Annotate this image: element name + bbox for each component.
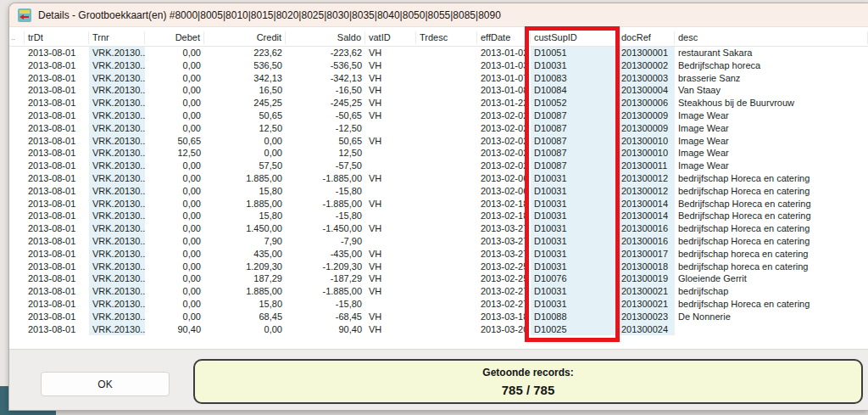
cell-custSupID: D10031 <box>531 261 618 273</box>
cell-effDate: 2013-01-08 <box>477 84 531 97</box>
table-row[interactable]: 2013-08-01VRK.20130...0,0012,50-12,50201… <box>9 122 868 135</box>
cell-vatID: VH <box>365 272 416 285</box>
table-row[interactable]: 2013-08-01VRK.20130...12,500,0012,502013… <box>9 147 868 160</box>
table-row[interactable]: 2013-08-01VRK.20130...0,00187,29-187,29V… <box>9 272 868 285</box>
column-header-desc[interactable]: desc <box>675 31 868 44</box>
cell-docRef: 201300001 <box>618 47 675 59</box>
cell-desc: restaurant Sakara <box>675 47 868 59</box>
table-row[interactable]: 2013-08-01VRK.20130...0,00536,50-536,50V… <box>9 59 868 72</box>
records-label: Getoonde records: <box>482 367 573 379</box>
cell-Trnr: VRK.20130... <box>89 135 145 148</box>
cell-trDt: 2013-08-01 <box>25 47 89 59</box>
column-header-Trnr[interactable]: Trnr <box>89 31 145 44</box>
cell-custSupID: D10087 <box>531 135 618 148</box>
table-row[interactable]: 2013-08-01VRK.20130...90,400,0090,40VH20… <box>9 323 868 336</box>
table-row[interactable]: 2013-08-01VRK.20130...0,0068,45-68,45VH2… <box>9 311 868 323</box>
cell-Credit: 12,50 <box>204 122 286 135</box>
column-header-custSupID[interactable]: custSupID <box>531 31 618 44</box>
cell-docRef: 201300021 <box>618 298 675 311</box>
cell-Credit: 342,13 <box>204 72 286 85</box>
table-row[interactable]: 2013-08-01VRK.20130...0,001.450,00-1.450… <box>9 222 868 235</box>
cell-Trnr: VRK.20130... <box>89 248 145 261</box>
cell-desc: brasserie Sanz <box>675 72 868 85</box>
column-header-Debet[interactable]: Debet <box>145 31 204 44</box>
table-row[interactable]: 2013-08-01VRK.20130...0,0057,50-57,50201… <box>9 160 868 172</box>
cell-docRef: 201300011 <box>618 160 675 172</box>
cell-docRef: 201300014 <box>618 198 675 210</box>
table-row[interactable]: 2013-08-01VRK.20130...0,001.885,00-1.885… <box>9 172 868 185</box>
cell-effDate: 2013-02-02 <box>477 109 531 122</box>
table-row[interactable]: 2013-08-01VRK.20130...0,0015,80-15,80201… <box>9 185 868 198</box>
column-header-Credit[interactable]: Credit <box>204 31 286 44</box>
cell-docRef: 201300024 <box>618 323 675 336</box>
cell-docRef: 201300012 <box>618 185 675 198</box>
table-row[interactable]: 2013-08-01VRK.20130...0,00435,00-435,00V… <box>9 248 868 261</box>
cell-Saldo: -16,50 <box>286 84 365 97</box>
cell-custSupID: D10087 <box>531 160 618 172</box>
column-header-effDate[interactable]: effDate <box>477 31 531 44</box>
cell-Saldo: 90,40 <box>286 323 365 336</box>
cell-Trnr: VRK.20130... <box>89 222 145 235</box>
cell-Debet: 90,40 <box>145 323 204 336</box>
cell-effDate: 2013-01-22 <box>477 97 531 109</box>
cell-vatID: VH <box>365 285 416 298</box>
table-row[interactable]: 2013-08-01VRK.20130...0,001.885,00-1.885… <box>9 198 868 210</box>
cell-docRef: 201300006 <box>618 97 675 109</box>
cell-docRef: 201300023 <box>618 311 675 323</box>
cell-vatID: VH <box>365 97 416 109</box>
cell-trDt: 2013-08-01 <box>25 185 89 198</box>
cell-Saldo: -342,13 <box>286 72 365 85</box>
cell-desc: bedrijfschap Horeca en catering <box>675 172 868 185</box>
table-row[interactable]: 2013-08-01VRK.20130...0,001.885,00-1.885… <box>9 285 868 298</box>
cell-Saldo: -12,50 <box>286 122 365 135</box>
column-header-trDt[interactable]: trDt <box>25 31 89 44</box>
cell-trDt: 2013-08-01 <box>25 122 89 135</box>
cell-effDate: 2013-02-18 <box>477 198 531 210</box>
table-row[interactable]: 2013-08-01VRK.20130...0,0050,65-50,65VH2… <box>9 109 868 122</box>
cell-Credit: 0,00 <box>204 147 286 160</box>
cell-Trnr: VRK.20130... <box>89 109 145 122</box>
cell-docRef: 201300016 <box>618 222 675 235</box>
cell-trDt: 2013-08-01 <box>25 222 89 235</box>
cell-Trnr: VRK.20130... <box>89 160 145 172</box>
cell-Saldo: -50,65 <box>286 109 365 122</box>
cell-custSupID: D10031 <box>531 59 618 72</box>
table-row[interactable]: 2013-08-01VRK.20130...0,007,90-7,902013-… <box>9 235 868 248</box>
cell-Debet: 0,00 <box>145 84 204 97</box>
app-icon <box>18 8 31 22</box>
cell-trDt: 2013-08-01 <box>25 272 89 285</box>
cell-custSupID: D10031 <box>531 235 618 248</box>
cell-Debet: 0,00 <box>145 109 204 122</box>
cell-Trnr: VRK.20130... <box>89 210 145 222</box>
cell-vatID: VH <box>365 59 416 72</box>
column-header-Saldo[interactable]: Saldo <box>286 31 365 44</box>
cell-Trnr: VRK.20130... <box>89 185 145 198</box>
cell-docRef: 201300002 <box>618 59 675 72</box>
cell-Trnr: VRK.20130... <box>89 47 145 59</box>
cell-trDt: 2013-08-01 <box>25 323 89 336</box>
ok-button[interactable]: OK <box>41 372 170 396</box>
cell-custSupID: D10031 <box>531 222 618 235</box>
table-row[interactable]: 2013-08-01VRK.20130...0,0015,80-15,80201… <box>9 210 868 222</box>
cell-Saldo: -15,80 <box>286 210 365 222</box>
title-bar[interactable]: Details - Grootboekkaart(en) #8000|8005|… <box>9 3 868 26</box>
records-count: 785 / 785 <box>502 383 555 397</box>
cell-Saldo: -1.885,00 <box>286 172 365 185</box>
table-row[interactable]: 2013-08-01VRK.20130...0,001.209,30-1.209… <box>9 261 868 273</box>
table-row[interactable]: 2013-08-01VRK.20130...50,650,0050,65VH20… <box>9 135 868 148</box>
column-header-docRef[interactable]: docRef <box>618 31 675 44</box>
table-row[interactable]: 2013-08-01VRK.20130...0,0015,80-15,80201… <box>9 298 868 311</box>
cell-effDate: 2013-02-02 <box>477 122 531 135</box>
cell-Debet: 0,00 <box>145 311 204 323</box>
cell-Debet: 0,00 <box>145 285 204 298</box>
column-header-sel[interactable]: .. <box>9 31 25 44</box>
table-row[interactable]: 2013-08-01VRK.20130...0,00342,13-342,13V… <box>9 72 868 85</box>
cell-Debet: 0,00 <box>145 248 204 261</box>
table-row[interactable]: 2013-08-01VRK.20130...0,0016,50-16,50VH2… <box>9 84 868 97</box>
table-row[interactable]: 2013-08-01VRK.20130...0,00223,62-223,62V… <box>9 47 868 59</box>
column-header-vatID[interactable]: vatID <box>365 31 416 44</box>
column-header-Trdesc[interactable]: Trdesc <box>416 31 477 44</box>
cell-custSupID: D10084 <box>531 84 618 97</box>
table-row[interactable]: 2013-08-01VRK.20130...0,00245,25-245,25V… <box>9 97 868 109</box>
cell-Credit: 68,45 <box>204 311 286 323</box>
